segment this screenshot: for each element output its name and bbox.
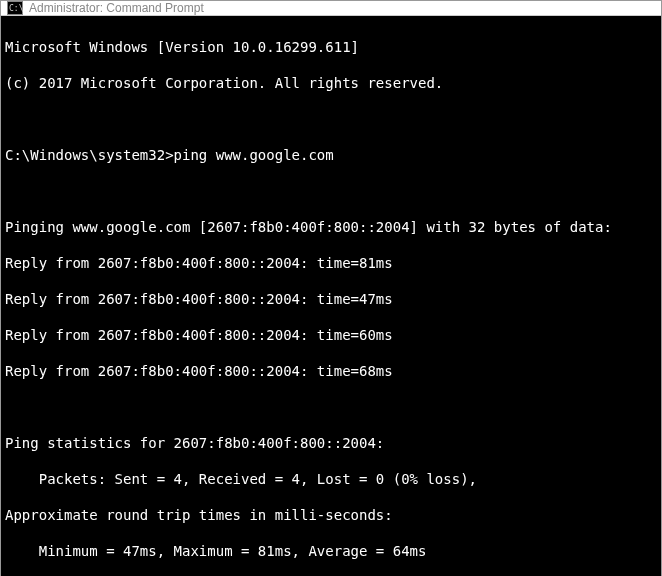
window-title: Administrator: Command Prompt [29, 1, 204, 15]
svg-text:C:\: C:\ [9, 4, 23, 13]
blank-line [5, 398, 657, 416]
ping-reply: Reply from 2607:f8b0:400f:800::2004: tim… [5, 290, 657, 308]
banner-line: (c) 2017 Microsoft Corporation. All righ… [5, 74, 657, 92]
ping-header: Pinging www.google.com [2607:f8b0:400f:8… [5, 218, 657, 236]
ping-packets: Packets: Sent = 4, Received = 4, Lost = … [5, 470, 657, 488]
window-titlebar[interactable]: C:\ Administrator: Command Prompt [1, 1, 661, 16]
banner-line: Microsoft Windows [Version 10.0.16299.61… [5, 38, 657, 56]
prompt-line: C:\Windows\system32>ping www.google.com [5, 146, 657, 164]
command-prompt-window: C:\ Administrator: Command Prompt Micros… [0, 0, 662, 576]
ping-stats-header: Ping statistics for 2607:f8b0:400f:800::… [5, 434, 657, 452]
blank-line [5, 110, 657, 128]
ping-rtt-header: Approximate round trip times in milli-se… [5, 506, 657, 524]
ping-reply: Reply from 2607:f8b0:400f:800::2004: tim… [5, 254, 657, 272]
cmd-icon: C:\ [7, 1, 23, 15]
ping-reply: Reply from 2607:f8b0:400f:800::2004: tim… [5, 326, 657, 344]
ping-rtt: Minimum = 47ms, Maximum = 81ms, Average … [5, 542, 657, 560]
terminal-output[interactable]: Microsoft Windows [Version 10.0.16299.61… [1, 16, 661, 576]
blank-line [5, 182, 657, 200]
ping-reply: Reply from 2607:f8b0:400f:800::2004: tim… [5, 362, 657, 380]
